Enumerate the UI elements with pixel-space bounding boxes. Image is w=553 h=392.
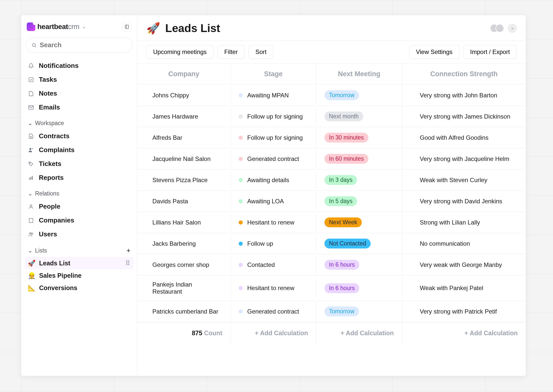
- cell-stage[interactable]: Follow up for signing: [231, 129, 316, 147]
- view-settings-button[interactable]: View Settings: [409, 45, 459, 59]
- sidebar-item-conversions[interactable]: 📐Conversions⠿: [25, 282, 133, 294]
- sidebar-item-notifications[interactable]: Notifications: [25, 59, 133, 73]
- table-row[interactable]: Alfreds Bar Follow up for signing In 30 …: [137, 127, 526, 148]
- cell-connection[interactable]: Strong with Lilian Lally: [402, 213, 526, 232]
- cell-company[interactable]: Jacks Barbering: [137, 235, 231, 253]
- table-row[interactable]: Davids Pasta Awaiting LOA In 5 days Very…: [137, 191, 526, 212]
- sidebar-item-leads-list[interactable]: 🚀Leads List⠿: [25, 257, 133, 269]
- add-calculation-stage[interactable]: + Add Calculation: [231, 322, 316, 344]
- sort-button[interactable]: Sort: [248, 45, 273, 59]
- table-row[interactable]: Lillians Hair Salon Hesitant to renew Ne…: [137, 212, 526, 233]
- cell-company[interactable]: Johns Chippy: [137, 86, 231, 104]
- sidebar-item-sales-pipeline[interactable]: 👷Sales Pipeline⠿: [25, 269, 133, 282]
- col-connection[interactable]: Connection Strength: [402, 64, 526, 85]
- cell-next-meeting[interactable]: In 6 hours: [316, 254, 402, 275]
- sidebar-item-tasks[interactable]: Tasks: [25, 73, 133, 87]
- cell-company[interactable]: Stevens Pizza Place: [137, 171, 231, 189]
- cell-company[interactable]: Alfreds Bar: [137, 129, 231, 147]
- svg-rect-0: [125, 25, 129, 29]
- brand-chevron-icon[interactable]: ⌄: [82, 24, 86, 30]
- table-row[interactable]: Johns Chippy Awaiting MPAN Tomorrow Very…: [137, 85, 526, 106]
- table-row[interactable]: James Hardware Follow up for signing Nex…: [137, 106, 526, 127]
- cell-connection[interactable]: Very weak with George Manby: [402, 256, 526, 274]
- cell-company[interactable]: James Hardware: [137, 107, 231, 126]
- table-row[interactable]: Georges corner shop Contacted In 6 hours…: [137, 254, 526, 275]
- cell-connection[interactable]: Very strong with David Jenkins: [402, 192, 526, 210]
- cell-next-meeting[interactable]: Next month: [316, 106, 402, 127]
- person-icon: [28, 147, 34, 153]
- cell-next-meeting[interactable]: Next Week: [316, 212, 402, 233]
- brand[interactable]: heartbeatcrm ⌄: [27, 22, 86, 31]
- search-input-wrap[interactable]: [26, 37, 132, 53]
- filter-button[interactable]: Filter: [217, 45, 244, 59]
- sidebar-item-label: Tasks: [39, 76, 57, 83]
- add-collaborator-button[interactable]: ＋: [508, 24, 517, 33]
- drag-handle-icon[interactable]: ⠿: [125, 260, 130, 267]
- sidebar-item-emails[interactable]: Emails: [25, 100, 133, 114]
- cell-stage[interactable]: Follow up: [231, 235, 316, 253]
- cell-connection[interactable]: Weak with Pankej Patel: [402, 279, 526, 297]
- cell-next-meeting[interactable]: In 6 hours: [316, 278, 402, 299]
- cell-stage[interactable]: Hesitant to renew: [231, 213, 316, 232]
- add-calculation-connection[interactable]: + Add Calculation: [402, 322, 526, 344]
- cell-next-meeting[interactable]: In 30 minutes: [316, 127, 402, 148]
- sidebar-item-label: Complaints: [39, 146, 75, 154]
- cell-connection[interactable]: Very strong with Jacqueline Helm: [402, 150, 526, 168]
- section-lists[interactable]: ⌄Lists+: [25, 241, 133, 257]
- table-row[interactable]: Pankejs Indian Restaurant Hesitant to re…: [137, 275, 526, 301]
- cell-stage[interactable]: Contacted: [231, 256, 316, 274]
- section-relations[interactable]: ⌄Relations: [25, 185, 133, 200]
- sidebar-item-companies[interactable]: Companies: [25, 213, 133, 227]
- cell-connection[interactable]: Weak with Steven Curley: [402, 171, 526, 189]
- sidebar-item-people[interactable]: People: [25, 200, 133, 213]
- table-row[interactable]: Stevens Pizza Place Awaiting details In …: [137, 170, 526, 191]
- cell-company[interactable]: Patricks cumberland Bar: [137, 302, 231, 321]
- cell-connection[interactable]: Very strong with John Barton: [402, 86, 526, 104]
- cell-stage[interactable]: Follow up for signing: [231, 107, 316, 126]
- col-stage[interactable]: Stage: [231, 64, 316, 85]
- upcoming-meetings-button[interactable]: Upcoming meetings: [146, 45, 213, 59]
- cell-next-meeting[interactable]: In 60 minutes: [316, 148, 402, 169]
- section-workspace[interactable]: ⌄Workspace: [25, 114, 133, 129]
- cell-next-meeting[interactable]: In 5 days: [316, 191, 402, 212]
- cell-stage[interactable]: Awaiting LOA: [231, 192, 316, 210]
- main-content: 🚀 Leads List ＋ Upcoming meetings Filter …: [137, 15, 526, 376]
- sidebar-item-reports[interactable]: Reports: [25, 171, 133, 185]
- cell-company[interactable]: Pankejs Indian Restaurant: [137, 275, 231, 301]
- cell-stage[interactable]: Generated contract: [231, 150, 316, 168]
- collaborator-avatars[interactable]: [490, 24, 504, 33]
- cell-stage[interactable]: Hesitant to renew: [231, 279, 316, 297]
- col-company[interactable]: Company: [137, 64, 231, 85]
- collapse-sidebar-button[interactable]: [122, 22, 131, 31]
- meeting-pill: In 6 hours: [324, 260, 359, 270]
- cell-company[interactable]: Lillians Hair Salon: [137, 213, 231, 232]
- cell-company[interactable]: Georges corner shop: [137, 256, 231, 274]
- sidebar-item-tickets[interactable]: Tickets: [25, 157, 133, 171]
- sidebar-item-complaints[interactable]: Complaints: [25, 143, 133, 157]
- table-row[interactable]: Jacqueline Nail Salon Generated contract…: [137, 148, 526, 170]
- table-row[interactable]: Patricks cumberland Bar Generated contra…: [137, 301, 526, 322]
- cell-company[interactable]: Davids Pasta: [137, 192, 231, 210]
- cell-next-meeting[interactable]: In 3 days: [316, 170, 402, 190]
- cell-next-meeting[interactable]: Tomorrow: [316, 85, 402, 106]
- cell-connection[interactable]: Very strong with James Dickinson: [402, 107, 526, 126]
- col-next-meeting[interactable]: Next Meeting: [316, 64, 402, 85]
- cell-connection[interactable]: Very strong with Patrick Petif: [402, 302, 526, 321]
- cell-connection[interactable]: Good with Alfred Goodins: [402, 129, 526, 147]
- cell-stage[interactable]: Awaiting MPAN: [231, 86, 316, 104]
- stage-dot-icon: [239, 263, 243, 267]
- cell-stage[interactable]: Generated contract: [231, 302, 316, 321]
- cell-next-meeting[interactable]: Not Contacted: [316, 233, 402, 254]
- table-row[interactable]: Jacks Barbering Follow up Not Contacted …: [137, 233, 526, 254]
- cell-company[interactable]: Jacqueline Nail Salon: [137, 150, 231, 168]
- sidebar-item-contracts[interactable]: Contracts: [25, 129, 133, 143]
- search-input[interactable]: [40, 41, 127, 49]
- add-list-button[interactable]: +: [127, 247, 130, 255]
- cell-stage[interactable]: Awaiting details: [231, 171, 316, 189]
- sidebar-item-users[interactable]: Users: [25, 227, 133, 241]
- cell-connection[interactable]: No communication: [402, 235, 526, 253]
- import-export-button[interactable]: Import / Export: [463, 45, 517, 59]
- add-calculation-meeting[interactable]: + Add Calculation: [316, 322, 402, 344]
- sidebar-item-notes[interactable]: Notes: [25, 87, 133, 100]
- cell-next-meeting[interactable]: Tomorrow: [316, 301, 402, 322]
